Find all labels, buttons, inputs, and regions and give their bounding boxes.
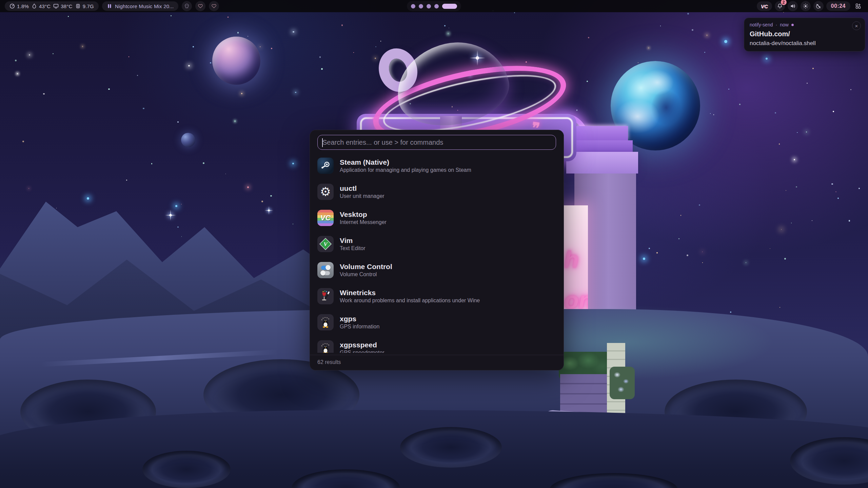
workspace-dot[interactable] — [411, 4, 415, 8]
star — [730, 311, 731, 313]
media-title: Nightcore Music Mix 20... — [115, 3, 174, 9]
cpu-usage-value: 1.8% — [17, 3, 29, 9]
top-bar: 1.8% 43°C 38°C 9.7G Nightcore Music Mix … — [0, 0, 868, 12]
star — [710, 113, 711, 114]
workspace-dot[interactable] — [434, 4, 439, 8]
star — [704, 52, 705, 53]
planet-purple — [212, 37, 260, 85]
building-roof — [576, 126, 628, 140]
gauge-icon — [9, 3, 15, 9]
app-results-list: Steam (Native)Application for managing a… — [317, 155, 556, 353]
app-list-item[interactable]: ⚙uuctlUser unit manager — [317, 181, 556, 203]
clock-value: 00:24 — [831, 3, 846, 9]
tux-gps-icon — [317, 314, 334, 330]
notification-card[interactable]: notify-send · now × GitHub.com/ noctalia… — [744, 18, 865, 52]
workspace-dot[interactable] — [419, 4, 423, 8]
skull-widget-button[interactable] — [182, 1, 192, 11]
heart-widget-button[interactable] — [209, 1, 219, 11]
star — [248, 36, 248, 37]
launcher-footer: 62 results — [310, 355, 564, 370]
workspace-dot[interactable] — [427, 4, 431, 8]
app-description: Internet Messenger — [340, 220, 387, 225]
star — [177, 121, 179, 123]
night-light-button[interactable] — [813, 1, 824, 11]
star — [82, 46, 83, 47]
star — [588, 37, 589, 38]
star — [812, 220, 812, 221]
app-name: Steam (Native) — [340, 159, 471, 166]
building-cornice — [566, 152, 638, 174]
app-list-item[interactable]: xgpsspeedGPS speedometer — [317, 337, 556, 353]
crater — [400, 427, 502, 468]
star — [728, 89, 729, 89]
vesktop-tray-icon[interactable]: VC — [761, 3, 768, 9]
app-list-item[interactable]: Volume ControlVolume Control — [317, 259, 556, 281]
bright-star — [766, 58, 768, 60]
notification-close-button[interactable]: × — [852, 21, 861, 30]
star — [739, 104, 741, 105]
star — [228, 17, 229, 18]
star — [143, 108, 144, 109]
star — [746, 262, 746, 263]
notification-app: notify-send — [750, 22, 773, 27]
search-input[interactable] — [322, 139, 551, 146]
star — [295, 92, 296, 93]
star — [293, 31, 294, 33]
building-flowers — [610, 367, 635, 399]
star — [56, 208, 57, 208]
app-name: Volume Control — [340, 263, 392, 270]
star — [833, 111, 834, 112]
speaker-icon — [790, 3, 795, 9]
notifications-button[interactable]: 2 — [775, 1, 785, 11]
star — [706, 35, 708, 36]
app-texts: VesktopInternet Messenger — [340, 211, 387, 225]
star — [859, 188, 860, 189]
gear-icon: ⚙ — [317, 184, 334, 200]
app-list-item[interactable]: VVimText Editor — [317, 233, 556, 255]
heart-widget-button[interactable] — [195, 1, 205, 11]
star — [831, 183, 833, 185]
star — [837, 198, 839, 199]
star — [261, 201, 263, 202]
bar-left-modules: 1.8% 43°C 38°C 9.7G Nightcore Music Mix … — [5, 1, 219, 11]
star — [188, 65, 190, 67]
system-tray[interactable]: VC — [757, 1, 772, 11]
results-count: 62 results — [317, 359, 341, 365]
widgets-button[interactable] — [853, 1, 863, 11]
star — [17, 73, 18, 74]
workspace-active[interactable] — [442, 4, 457, 9]
notification-separator: · — [775, 22, 777, 27]
app-list-item[interactable]: xgpsGPS information — [317, 311, 556, 333]
monitor-icon — [53, 3, 59, 9]
app-name: Vim — [340, 237, 366, 244]
star — [237, 32, 239, 34]
app-description: Application for managing and playing gam… — [340, 167, 471, 173]
app-list-item[interactable]: Steam (Native)Application for managing a… — [317, 155, 556, 177]
brightness-button[interactable] — [801, 1, 811, 11]
skull-icon — [184, 3, 190, 9]
cpu-temp: 43°C — [32, 3, 51, 9]
app-list-item[interactable]: WinetricksWork around problems and insta… — [317, 285, 556, 307]
app-name: xgpsspeed — [340, 341, 384, 348]
app-name: Vesktop — [340, 211, 387, 218]
svg-text:V: V — [323, 241, 328, 247]
search-box[interactable] — [317, 135, 556, 150]
star — [587, 81, 588, 82]
media-player-module[interactable]: Nightcore Music Mix 20... — [102, 1, 178, 11]
volume-button[interactable] — [788, 1, 798, 11]
star — [137, 75, 138, 76]
vim-icon: V — [317, 236, 334, 252]
app-name: Winetricks — [340, 289, 480, 296]
star — [28, 188, 29, 189]
app-texts: xgpsspeedGPS speedometer — [340, 341, 384, 353]
star — [53, 53, 54, 54]
star — [203, 162, 204, 164]
star — [660, 25, 661, 26]
flame-icon — [32, 3, 37, 9]
app-list-item[interactable]: VCVesktopInternet Messenger — [317, 207, 556, 229]
heart-icon — [198, 3, 203, 9]
gpu-temp: 38°C — [53, 3, 72, 9]
clock-module[interactable]: 00:24 — [826, 1, 850, 11]
sparkle-star — [165, 210, 176, 221]
app-description: Text Editor — [340, 246, 366, 251]
